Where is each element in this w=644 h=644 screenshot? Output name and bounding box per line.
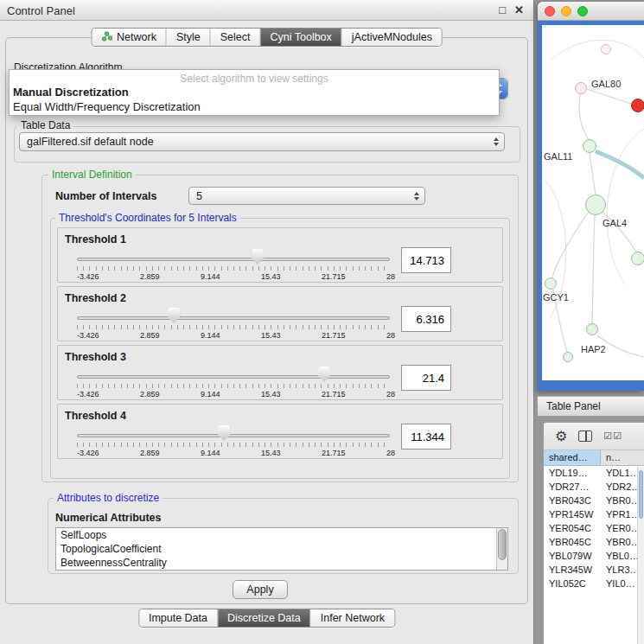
network-node[interactable] [631, 252, 644, 265]
dropdown-option-manual-discretization[interactable]: Manual Discretization [10, 85, 499, 99]
slider-scale-labels: -3.4262.8599.14415.4321.71528 [77, 331, 395, 340]
table-row[interactable]: YBR043CYBR0… [544, 494, 644, 507]
tab-cyni-toolbox[interactable]: Cyni Toolbox [260, 29, 341, 46]
threshold-panel: Threshold 2 -3.4262.8599.14415.4321.7152… [57, 286, 503, 341]
network-node-gcy1[interactable] [545, 277, 557, 290]
scale-tick-label: 9.144 [201, 331, 220, 340]
network-node[interactable] [631, 99, 644, 112]
slider-thumb[interactable] [252, 249, 264, 265]
threshold-slider[interactable]: -3.4262.8599.14415.4321.71528 [77, 249, 390, 282]
numerical-attributes-list: SelfLoopsTopologicalCoefficientBetweenne… [55, 527, 508, 571]
network-node-hap2[interactable] [586, 323, 598, 335]
attribute-list-item[interactable]: SelfLoops [56, 528, 507, 542]
slider-track[interactable] [77, 258, 390, 261]
table-data-selected-value: galFiltered.sif default node [27, 136, 154, 148]
close-button[interactable]: ✕ [514, 3, 524, 16]
table-row[interactable]: YIL052CYIL0… [544, 577, 644, 590]
tab-label: Infer Network [321, 612, 385, 624]
select-columns-checkboxes-icon[interactable]: ☑☑ [603, 430, 622, 442]
column-header-name[interactable]: n… [601, 450, 644, 465]
slider-thumb[interactable] [218, 425, 230, 441]
table-row[interactable]: YDR27…YDR2… [544, 480, 644, 494]
table-scrollbar[interactable] [637, 467, 644, 644]
tab-label: Style [176, 31, 201, 43]
thresholds-group-title: Threshold's Coordinates for 5 Intervals [55, 212, 240, 224]
scale-tick-label: 15.43 [261, 449, 281, 457]
scrollbar-thumb[interactable] [639, 470, 643, 519]
scale-tick-label: 21.715 [322, 390, 346, 399]
slider-scale-labels: -3.4262.8599.14415.4321.71528 [77, 272, 395, 281]
network-icon [101, 31, 112, 44]
slider-track[interactable] [77, 375, 390, 379]
cell-shared-name: YPR145W [544, 507, 601, 521]
tab-impute-data[interactable]: Impute Data [139, 609, 218, 627]
slider-ticks [77, 325, 390, 329]
close-traffic-light-icon[interactable] [545, 6, 555, 16]
threshold-value-input[interactable] [401, 365, 451, 391]
columns-icon[interactable] [578, 430, 592, 442]
network-node[interactable] [601, 44, 611, 54]
table-row[interactable]: YPR145WYPR1… [544, 507, 644, 521]
gear-icon[interactable]: ⚙ [555, 430, 567, 443]
attribute-list-item[interactable]: TopologicalCoefficient [56, 542, 507, 556]
tab-discretize-data[interactable]: Discretize Data [218, 609, 311, 627]
threshold-panel: Threshold 4 -3.4262.8599.14415.4321.7152… [57, 404, 503, 459]
dropdown-option-equal-width-frequency[interactable]: Equal Width/Frequency Discretization [10, 99, 499, 114]
threshold-slider[interactable]: -3.4262.8599.14415.4321.71528 [77, 308, 390, 341]
minimize-traffic-light-icon[interactable] [561, 6, 571, 16]
table-header-row: shared… n… [544, 450, 644, 466]
table-row[interactable]: YER054CYER0… [544, 521, 644, 535]
tab-select[interactable]: Select [211, 29, 261, 46]
tab-network[interactable]: Network [92, 29, 167, 46]
window-title: Control Panel [7, 4, 75, 17]
scrollbar-thumb[interactable] [498, 529, 507, 560]
slider-track[interactable] [77, 434, 390, 437]
tab-style[interactable]: Style [167, 29, 211, 46]
network-node-gal4[interactable] [585, 194, 606, 215]
threshold-label: Threshold 3 [65, 351, 126, 363]
threshold-value-input[interactable] [401, 306, 451, 332]
threshold-value-input[interactable] [401, 424, 451, 450]
table-row[interactable]: YDL19…YDL1… [544, 466, 644, 480]
column-header-shared-name[interactable]: shared… [544, 450, 601, 465]
scale-tick-label: 9.144 [201, 449, 220, 457]
tab-label: Cyni Toolbox [270, 31, 331, 43]
scale-tick-label: 28 [386, 390, 395, 399]
table-row[interactable]: YBL079WYBL0… [544, 549, 644, 563]
threshold-slider[interactable]: -3.4262.8599.14415.4321.71528 [77, 367, 390, 399]
slider-thumb[interactable] [318, 367, 330, 382]
table-data-group-title: Table Data [17, 119, 73, 131]
threshold-label: Threshold 1 [65, 233, 126, 245]
network-canvas[interactable]: GAL80GAL11GAL4GCY1HAP2 [542, 25, 644, 380]
table-rows: YDL19…YDL1…YDR27…YDR2…YBR043CYBR0…YPR145… [544, 466, 644, 590]
slider-thumb[interactable] [168, 308, 180, 323]
attribute-items: SelfLoopsTopologicalCoefficientBetweenne… [56, 528, 507, 570]
scale-tick-label: 28 [386, 449, 395, 457]
list-scrollbar[interactable] [496, 528, 507, 570]
bottom-tab-bar: Impute Data Discretize Data Infer Networ… [138, 609, 395, 628]
slider-track[interactable] [77, 316, 390, 320]
table-data-combobox[interactable]: galFiltered.sif default node [19, 132, 505, 151]
cell-shared-name: YBL079W [544, 549, 601, 563]
tab-jactivemnodules[interactable]: jActiveMNodules [342, 29, 442, 46]
attribute-list-item[interactable]: BetweennessCentrality [56, 556, 507, 570]
table-row[interactable]: YLR345WYLR3… [544, 563, 644, 577]
table-row[interactable]: YBR045CYBR0… [544, 535, 644, 549]
threshold-slider[interactable]: -3.4262.8599.14415.4321.71528 [77, 425, 390, 458]
slider-ticks [77, 384, 390, 388]
network-node[interactable] [563, 352, 573, 362]
tab-label: Network [117, 31, 156, 43]
combo-stepper-icon [494, 137, 499, 146]
network-node-gal11[interactable] [583, 139, 596, 153]
apply-button[interactable]: Apply [233, 580, 288, 599]
minimize-button[interactable]: □ [499, 3, 506, 16]
network-node-gal80[interactable] [575, 82, 587, 94]
table-panel-window: ⚙ ☑☑ shared… n… YDL19…YDL1…YDR27…YDR2…YB… [543, 422, 644, 644]
threshold-value-input[interactable] [401, 247, 451, 273]
zoom-traffic-light-icon[interactable] [577, 6, 588, 16]
scale-tick-label: 21.715 [322, 272, 346, 281]
number-of-intervals-combobox[interactable]: 5 [188, 187, 425, 205]
network-view-window: GAL80GAL11GAL4GCY1HAP2 [538, 2, 644, 391]
table-panel-toolbar: ⚙ ☑☑ [544, 423, 644, 450]
tab-infer-network[interactable]: Infer Network [311, 609, 394, 627]
